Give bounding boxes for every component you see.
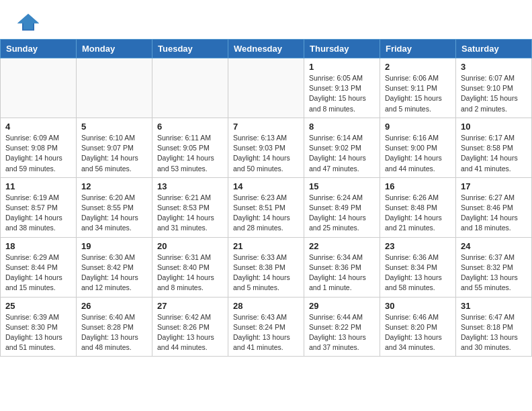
day-number: 21 <box>233 241 299 251</box>
page-header <box>0 0 532 39</box>
day-info: Sunrise: 6:47 AM Sunset: 8:18 PM Dayligh… <box>461 312 527 353</box>
day-number: 15 <box>309 181 375 191</box>
day-number: 28 <box>233 301 299 311</box>
calendar-day-cell: 23Sunrise: 6:36 AM Sunset: 8:34 PM Dayli… <box>380 237 456 297</box>
svg-marker-1 <box>17 13 39 29</box>
day-number: 9 <box>385 122 451 132</box>
calendar-day-cell: 3Sunrise: 6:07 AM Sunset: 9:10 PM Daylig… <box>456 58 532 118</box>
day-number: 14 <box>233 181 299 191</box>
day-info: Sunrise: 6:14 AM Sunset: 9:02 PM Dayligh… <box>309 133 375 174</box>
calendar-day-cell <box>228 58 304 118</box>
weekday-header-sunday: Sunday <box>1 40 77 58</box>
day-info: Sunrise: 6:11 AM Sunset: 9:05 PM Dayligh… <box>157 133 223 174</box>
day-info: Sunrise: 6:09 AM Sunset: 9:08 PM Dayligh… <box>5 133 71 174</box>
calendar-day-cell: 10Sunrise: 6:17 AM Sunset: 8:58 PM Dayli… <box>456 118 532 177</box>
day-number: 16 <box>385 181 451 191</box>
day-info: Sunrise: 6:20 AM Sunset: 8:55 PM Dayligh… <box>81 193 147 234</box>
calendar-day-cell: 26Sunrise: 6:40 AM Sunset: 8:28 PM Dayli… <box>77 297 152 357</box>
logo-icon <box>16 12 40 32</box>
calendar-day-cell <box>77 58 152 118</box>
day-number: 1 <box>309 62 375 72</box>
day-info: Sunrise: 6:26 AM Sunset: 8:48 PM Dayligh… <box>385 193 451 234</box>
day-info: Sunrise: 6:13 AM Sunset: 9:03 PM Dayligh… <box>233 133 299 174</box>
calendar-day-cell <box>1 58 77 118</box>
day-number: 27 <box>157 301 223 311</box>
day-info: Sunrise: 6:29 AM Sunset: 8:44 PM Dayligh… <box>5 253 71 293</box>
calendar-week-row: 18Sunrise: 6:29 AM Sunset: 8:44 PM Dayli… <box>1 237 532 297</box>
calendar-day-cell: 1Sunrise: 6:05 AM Sunset: 9:13 PM Daylig… <box>304 58 380 118</box>
weekday-header-wednesday: Wednesday <box>228 40 304 58</box>
day-number: 10 <box>461 122 527 132</box>
day-number: 20 <box>157 241 223 251</box>
calendar-day-cell <box>152 58 228 118</box>
calendar-day-cell: 14Sunrise: 6:23 AM Sunset: 8:51 PM Dayli… <box>228 177 304 237</box>
weekday-header-saturday: Saturday <box>456 40 532 58</box>
day-number: 11 <box>5 181 71 191</box>
day-number: 23 <box>385 241 451 251</box>
calendar-day-cell: 24Sunrise: 6:37 AM Sunset: 8:32 PM Dayli… <box>456 237 532 297</box>
day-number: 5 <box>81 122 147 132</box>
calendar-day-cell: 12Sunrise: 6:20 AM Sunset: 8:55 PM Dayli… <box>77 177 152 237</box>
day-info: Sunrise: 6:07 AM Sunset: 9:10 PM Dayligh… <box>461 73 527 114</box>
calendar-day-cell: 22Sunrise: 6:34 AM Sunset: 8:36 PM Dayli… <box>304 237 380 297</box>
calendar-header-row: SundayMondayTuesdayWednesdayThursdayFrid… <box>1 40 532 58</box>
day-number: 29 <box>309 301 375 311</box>
day-number: 22 <box>309 241 375 251</box>
day-number: 25 <box>5 301 71 311</box>
calendar-day-cell: 21Sunrise: 6:33 AM Sunset: 8:38 PM Dayli… <box>228 237 304 297</box>
day-info: Sunrise: 6:21 AM Sunset: 8:53 PM Dayligh… <box>157 193 223 234</box>
calendar-week-row: 1Sunrise: 6:05 AM Sunset: 9:13 PM Daylig… <box>1 58 532 118</box>
calendar-day-cell: 29Sunrise: 6:44 AM Sunset: 8:22 PM Dayli… <box>304 297 380 357</box>
day-number: 12 <box>81 181 147 191</box>
day-info: Sunrise: 6:19 AM Sunset: 8:57 PM Dayligh… <box>5 193 71 234</box>
calendar-day-cell: 31Sunrise: 6:47 AM Sunset: 8:18 PM Dayli… <box>456 297 532 357</box>
day-info: Sunrise: 6:16 AM Sunset: 9:00 PM Dayligh… <box>385 133 451 174</box>
calendar-table: SundayMondayTuesdayWednesdayThursdayFrid… <box>0 39 532 357</box>
weekday-header-monday: Monday <box>77 40 152 58</box>
day-number: 31 <box>461 301 527 311</box>
day-number: 19 <box>81 241 147 251</box>
weekday-header-thursday: Thursday <box>304 40 380 58</box>
calendar-day-cell: 8Sunrise: 6:14 AM Sunset: 9:02 PM Daylig… <box>304 118 380 177</box>
day-number: 17 <box>461 181 527 191</box>
calendar-day-cell: 25Sunrise: 6:39 AM Sunset: 8:30 PM Dayli… <box>1 297 77 357</box>
day-info: Sunrise: 6:37 AM Sunset: 8:32 PM Dayligh… <box>461 253 527 293</box>
day-info: Sunrise: 6:44 AM Sunset: 8:22 PM Dayligh… <box>309 312 375 353</box>
calendar-day-cell: 17Sunrise: 6:27 AM Sunset: 8:46 PM Dayli… <box>456 177 532 237</box>
day-info: Sunrise: 6:33 AM Sunset: 8:38 PM Dayligh… <box>233 253 299 293</box>
day-number: 30 <box>385 301 451 311</box>
day-info: Sunrise: 6:42 AM Sunset: 8:26 PM Dayligh… <box>157 312 223 353</box>
day-info: Sunrise: 6:27 AM Sunset: 8:46 PM Dayligh… <box>461 193 527 234</box>
weekday-header-friday: Friday <box>380 40 456 58</box>
calendar-week-row: 11Sunrise: 6:19 AM Sunset: 8:57 PM Dayli… <box>1 177 532 237</box>
calendar-day-cell: 18Sunrise: 6:29 AM Sunset: 8:44 PM Dayli… <box>1 237 77 297</box>
day-info: Sunrise: 6:40 AM Sunset: 8:28 PM Dayligh… <box>81 312 147 353</box>
calendar-day-cell: 11Sunrise: 6:19 AM Sunset: 8:57 PM Dayli… <box>1 177 77 237</box>
day-info: Sunrise: 6:30 AM Sunset: 8:42 PM Dayligh… <box>81 253 147 293</box>
calendar-day-cell: 27Sunrise: 6:42 AM Sunset: 8:26 PM Dayli… <box>152 297 228 357</box>
day-number: 8 <box>309 122 375 132</box>
calendar-day-cell: 5Sunrise: 6:10 AM Sunset: 9:07 PM Daylig… <box>77 118 152 177</box>
calendar-week-row: 25Sunrise: 6:39 AM Sunset: 8:30 PM Dayli… <box>1 297 532 357</box>
day-info: Sunrise: 6:36 AM Sunset: 8:34 PM Dayligh… <box>385 253 451 293</box>
calendar-day-cell: 28Sunrise: 6:43 AM Sunset: 8:24 PM Dayli… <box>228 297 304 357</box>
day-info: Sunrise: 6:34 AM Sunset: 8:36 PM Dayligh… <box>309 253 375 293</box>
day-info: Sunrise: 6:10 AM Sunset: 9:07 PM Dayligh… <box>81 133 147 174</box>
weekday-header-tuesday: Tuesday <box>152 40 228 58</box>
day-info: Sunrise: 6:31 AM Sunset: 8:40 PM Dayligh… <box>157 253 223 293</box>
day-number: 4 <box>5 122 71 132</box>
day-number: 2 <box>385 62 451 72</box>
calendar-week-row: 4Sunrise: 6:09 AM Sunset: 9:08 PM Daylig… <box>1 118 532 177</box>
calendar-day-cell: 6Sunrise: 6:11 AM Sunset: 9:05 PM Daylig… <box>152 118 228 177</box>
day-info: Sunrise: 6:23 AM Sunset: 8:51 PM Dayligh… <box>233 193 299 234</box>
day-number: 24 <box>461 241 527 251</box>
day-info: Sunrise: 6:43 AM Sunset: 8:24 PM Dayligh… <box>233 312 299 353</box>
day-info: Sunrise: 6:05 AM Sunset: 9:13 PM Dayligh… <box>309 73 375 114</box>
calendar-day-cell: 16Sunrise: 6:26 AM Sunset: 8:48 PM Dayli… <box>380 177 456 237</box>
day-number: 7 <box>233 122 299 132</box>
day-number: 3 <box>461 62 527 72</box>
calendar-day-cell: 7Sunrise: 6:13 AM Sunset: 9:03 PM Daylig… <box>228 118 304 177</box>
day-info: Sunrise: 6:24 AM Sunset: 8:49 PM Dayligh… <box>309 193 375 234</box>
calendar-day-cell: 20Sunrise: 6:31 AM Sunset: 8:40 PM Dayli… <box>152 237 228 297</box>
day-number: 26 <box>81 301 147 311</box>
